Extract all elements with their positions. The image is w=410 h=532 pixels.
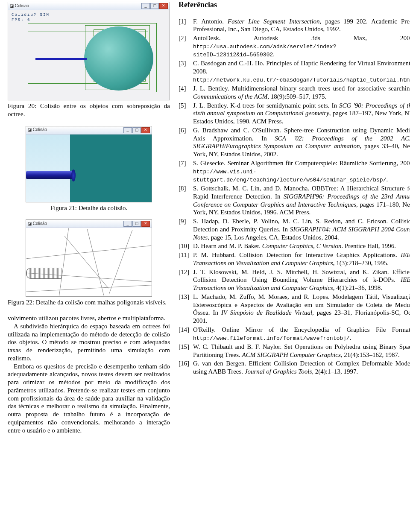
window-titlebar: ◪ Colisão _ ▢ ✕	[26, 126, 152, 134]
reference-text: L. Machado, M. Zuffo, M. Moraes, and R. …	[193, 293, 410, 325]
reference-number: [15]	[179, 343, 193, 359]
figure-21-caption: Figura 21: Detalhe da colisão.	[8, 204, 170, 212]
references-list: [1]F. Antonio. Faster Line Segment Inter…	[179, 18, 410, 376]
references-heading: Referências	[179, 0, 410, 10]
window-title: Colisão	[33, 127, 47, 133]
window-titlebar: ◪ Colisão _ ▢ ✕	[26, 220, 152, 228]
figure-canvas	[26, 228, 152, 296]
minimize-icon: _	[123, 127, 132, 133]
reference-number: [13]	[179, 293, 193, 325]
reference-number: [5]	[179, 102, 193, 126]
reference-text: W. C. Thibault and B. F. Naylor. Set Ope…	[193, 343, 410, 359]
figure-20-caption: Figura 20: Colisão entre os objetos com …	[8, 102, 170, 118]
figure-canvas	[26, 134, 152, 202]
reference-item: [2]AutoDesk. Autodesk 3ds Max, 2008. htt…	[179, 34, 410, 58]
reference-text: P. M. Hubbard. Collision Detection for I…	[193, 251, 410, 267]
minimize-icon: _	[141, 3, 150, 9]
window-title: Colisão	[33, 221, 47, 227]
reference-text: G. Bradshaw and C. O'Sullivan. Sphere-tr…	[193, 126, 410, 158]
reference-item: [1]F. Antonio. Faster Line Segment Inter…	[179, 18, 410, 34]
maximize-icon: ▢	[132, 221, 141, 227]
conclusion-p3: Embora os quesitos de precisão e desempe…	[8, 362, 170, 435]
reference-item: [6]G. Bradshaw and C. O'Sullivan. Sphere…	[179, 126, 410, 158]
conclusion-p2: A subdivisão hierárquica do espaço basea…	[8, 322, 170, 362]
reference-number: [14]	[179, 326, 193, 342]
reference-number: [7]	[179, 159, 193, 184]
window-buttons: _ ▢ ✕	[123, 221, 150, 227]
collision-status: Colidiu? SIM	[12, 13, 50, 18]
reference-item: [5]J. L. Bentley. K-d trees for semidyna…	[179, 102, 410, 126]
reference-number: [2]	[179, 34, 193, 58]
reference-item: [11]P. M. Hubbard. Collision Detection f…	[179, 251, 410, 267]
reference-text: S. Giesecke. Seminar Algorithmen für Com…	[193, 159, 410, 184]
reference-item: [10]D. Hearn and M. P. Baker. Computer G…	[179, 242, 410, 250]
caption-text: Figura 20: Colisão entre os objetos com …	[8, 102, 170, 117]
app-icon: ◪	[28, 221, 32, 227]
maximize-icon: ▢	[132, 127, 141, 133]
reference-text: F. Antonio. Faster Line Segment Intersec…	[193, 18, 410, 34]
reference-text: G. van den Bergen. Efficient Collision D…	[193, 360, 410, 376]
reference-text: O'Reilly. Online Mirror of the Encyclope…	[193, 326, 410, 342]
app-icon: ◪	[10, 3, 14, 9]
reference-item: [12]J. T. Klosowski, M. Held, J. S. Mitc…	[179, 268, 410, 292]
fps-readout: FPS: 6	[12, 18, 30, 23]
reference-number: [6]	[179, 126, 193, 158]
reference-item: [7]S. Giesecke. Seminar Algorithmen für …	[179, 159, 410, 184]
reference-number: [12]	[179, 268, 193, 292]
reference-text: S. Gottschalk, M. C. Lin, and D. Manocha…	[193, 184, 410, 216]
reference-number: [4]	[179, 85, 193, 101]
conclusion-text: volvimento utilizou pacotes livres, aber…	[8, 314, 170, 434]
figure-22: ◪ Colisão _ ▢ ✕	[26, 219, 152, 297]
reference-number: [16]	[179, 360, 193, 376]
right-column: Referências [1]F. Antonio. Faster Line S…	[174, 0, 410, 434]
figure-22-caption: Figura 22: Detalhe da colisão com malhas…	[8, 298, 170, 307]
figure-21: ◪ Colisão _ ▢ ✕	[26, 126, 152, 202]
left-column: ◪ Colisão _ ▢ ✕ Colidiu? SIM FPS: 6	[3, 0, 174, 434]
reference-item: [3]C. Basdogan and C.-H. Ho. Principles …	[179, 59, 410, 84]
caption-text: Figura 22: Detalhe da colisão com malhas…	[8, 299, 167, 306]
minimize-icon: _	[123, 221, 132, 227]
reference-item: [16]G. van den Bergen. Efficient Collisi…	[179, 360, 410, 376]
reference-item: [14]O'Reilly. Online Mirror of the Encyc…	[179, 326, 410, 342]
reference-text: S. Hadap, D. Eberle, P. Volino, M. C. Li…	[193, 217, 410, 241]
reference-item: [15]W. C. Thibault and B. F. Naylor. Set…	[179, 343, 410, 359]
figure-canvas: Colidiu? SIM FPS: 6	[8, 10, 170, 100]
conclusion-p1: volvimento utilizou pacotes livres, aber…	[8, 314, 170, 322]
reference-number: [10]	[179, 242, 193, 250]
close-icon: ✕	[141, 127, 150, 133]
close-icon: ✕	[159, 3, 168, 9]
reference-number: [1]	[179, 18, 193, 34]
reference-number: [11]	[179, 251, 193, 267]
reference-item: [8]S. Gottschalk, M. C. Lin, and D. Mano…	[179, 184, 410, 216]
figure-20: ◪ Colisão _ ▢ ✕ Colidiu? SIM FPS: 6	[8, 2, 170, 100]
reference-text: J. L. Bentley. K-d trees for semidynamic…	[193, 102, 410, 126]
reference-text: C. Basdogan and C.-H. Ho. Principles of …	[193, 59, 410, 84]
reference-text: D. Hearn and M. P. Baker. Computer Graph…	[193, 242, 410, 250]
reference-number: [8]	[179, 184, 193, 216]
window-buttons: _ ▢ ✕	[141, 3, 168, 9]
reference-item: [9]S. Hadap, D. Eberle, P. Volino, M. C.…	[179, 217, 410, 241]
page: ◪ Colisão _ ▢ ✕ Colidiu? SIM FPS: 6	[0, 0, 410, 441]
reference-text: J. L. Bentley. Multidimensional binary s…	[193, 85, 410, 101]
app-icon: ◪	[28, 127, 32, 133]
reference-text: AutoDesk. Autodesk 3ds Max, 2008. http:/…	[193, 34, 410, 58]
window-buttons: _ ▢ ✕	[123, 127, 150, 133]
reference-number: [3]	[179, 59, 193, 84]
reference-text: J. T. Klosowski, M. Held, J. S. Mitchell…	[193, 268, 410, 292]
close-icon: ✕	[141, 221, 150, 227]
reference-item: [13]L. Machado, M. Zuffo, M. Moraes, and…	[179, 293, 410, 325]
window-titlebar: ◪ Colisão _ ▢ ✕	[8, 2, 170, 10]
maximize-icon: ▢	[150, 3, 159, 9]
reference-item: [4]J. L. Bentley. Multidimensional binar…	[179, 85, 410, 101]
reference-number: [9]	[179, 217, 193, 241]
window-title: Colisão	[15, 3, 29, 9]
